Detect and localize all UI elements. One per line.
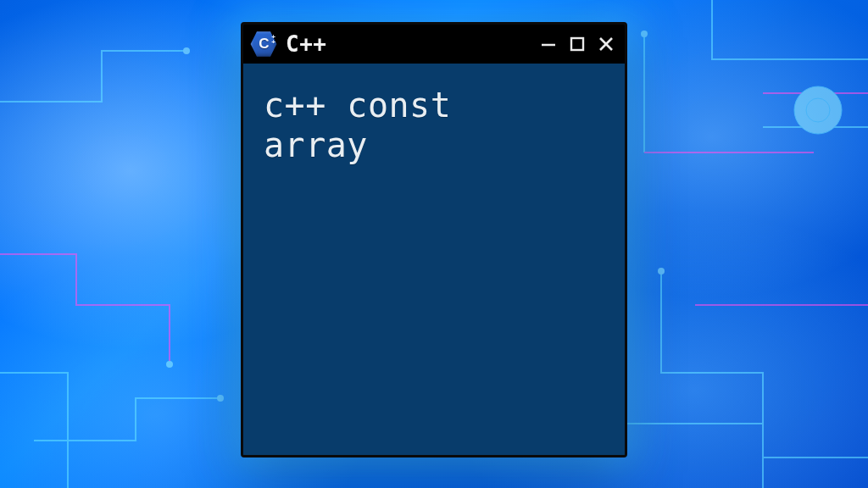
svg-rect-11 bbox=[571, 38, 583, 50]
minimize-icon bbox=[540, 36, 557, 53]
svg-point-8 bbox=[794, 86, 842, 134]
close-button[interactable] bbox=[596, 34, 616, 54]
svg-point-4 bbox=[217, 395, 224, 402]
svg-point-6 bbox=[658, 268, 665, 274]
close-icon bbox=[598, 36, 615, 53]
svg-point-3 bbox=[166, 361, 173, 368]
background: C ++ C++ bbox=[0, 0, 868, 488]
maximize-icon bbox=[569, 36, 586, 53]
window-title: C++ bbox=[286, 31, 326, 57]
content-text: c++ const array bbox=[264, 86, 604, 165]
cpp-hex-icon: C ++ bbox=[250, 30, 277, 58]
maximize-button[interactable] bbox=[567, 34, 587, 54]
minimize-button[interactable] bbox=[538, 34, 559, 54]
svg-point-5 bbox=[641, 30, 648, 37]
svg-point-2 bbox=[183, 47, 190, 54]
terminal-window: C ++ C++ bbox=[241, 22, 627, 458]
svg-point-9 bbox=[806, 98, 830, 122]
titlebar[interactable]: C ++ C++ bbox=[243, 25, 625, 64]
window-client-area: c++ const array bbox=[243, 64, 625, 455]
window-controls bbox=[538, 34, 616, 54]
